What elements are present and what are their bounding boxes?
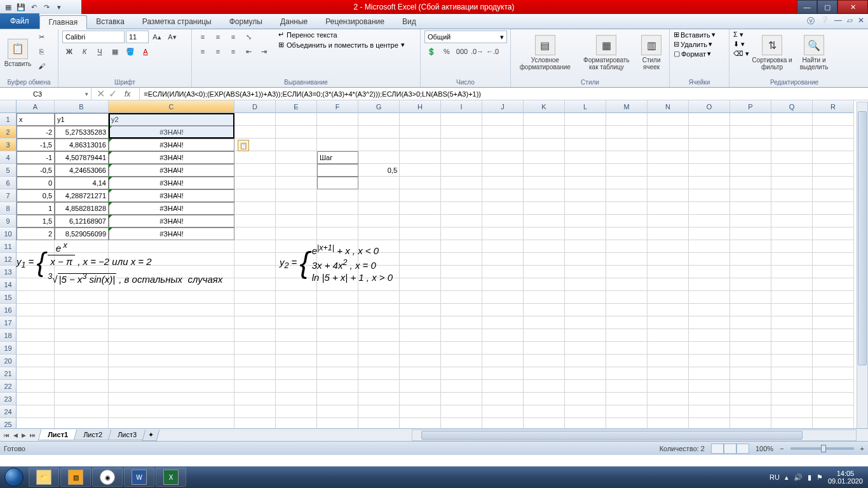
cell-B5[interactable]: 4,24653066: [55, 164, 109, 177]
row-header-25[interactable]: 25: [0, 418, 17, 428]
cell-D22[interactable]: [234, 380, 276, 393]
font-color-icon[interactable]: A: [139, 45, 153, 58]
sheet-last-icon[interactable]: ⏭: [29, 432, 37, 438]
cell-M5[interactable]: [606, 164, 648, 177]
cell-N6[interactable]: [648, 177, 689, 189]
cell-D18[interactable]: [234, 329, 276, 342]
cell-K13[interactable]: [524, 266, 565, 278]
cell-F9[interactable]: [317, 215, 358, 227]
cell-N3[interactable]: [648, 139, 689, 151]
cell-B21[interactable]: [55, 367, 109, 380]
cell-F6[interactable]: [317, 177, 358, 189]
cell-L10[interactable]: [565, 227, 606, 240]
comma-icon[interactable]: 000: [455, 45, 469, 58]
cell-O2[interactable]: [689, 126, 730, 139]
cell-N11[interactable]: [648, 240, 689, 253]
chevron-down-icon[interactable]: ▾: [85, 91, 88, 97]
cell-A16[interactable]: [17, 304, 55, 316]
cell-F24[interactable]: [317, 405, 358, 418]
cell-B6[interactable]: 4,14: [55, 177, 109, 189]
row-header-15[interactable]: 15: [0, 291, 17, 304]
sheet-first-icon[interactable]: ⏮: [3, 432, 11, 438]
cell-G4[interactable]: [358, 151, 400, 164]
zoom-out-icon[interactable]: −: [780, 445, 783, 452]
cell-Q19[interactable]: [771, 342, 813, 355]
cell-N25[interactable]: [648, 418, 689, 428]
cell-J22[interactable]: [482, 380, 524, 393]
cell-M6[interactable]: [606, 177, 648, 189]
cell-K5[interactable]: [524, 164, 565, 177]
cell-K11[interactable]: [524, 240, 565, 253]
cell-H23[interactable]: [400, 393, 441, 405]
cell-G22[interactable]: [358, 380, 400, 393]
cell-G9[interactable]: [358, 215, 400, 227]
cell-G24[interactable]: [358, 405, 400, 418]
cell-C3[interactable]: #ЗНАЧ!: [109, 139, 234, 151]
cell-P12[interactable]: [730, 253, 771, 266]
row-header-3[interactable]: 3: [0, 139, 17, 151]
merge-center-button[interactable]: ⊞Объединить и поместить в центре▾: [278, 41, 405, 49]
cell-P9[interactable]: [730, 215, 771, 227]
cell-A20[interactable]: [17, 355, 55, 367]
column-header-P[interactable]: P: [730, 100, 771, 113]
cell-R17[interactable]: [813, 316, 854, 329]
cell-J9[interactable]: [482, 215, 524, 227]
cell-C24[interactable]: [109, 405, 234, 418]
cell-A15[interactable]: [17, 291, 55, 304]
cell-E23[interactable]: [276, 393, 317, 405]
cell-M13[interactable]: [606, 266, 648, 278]
cell-Q6[interactable]: [771, 177, 813, 189]
cell-Q16[interactable]: [771, 304, 813, 316]
cell-E1[interactable]: [276, 113, 317, 126]
cell-I6[interactable]: [441, 177, 482, 189]
cell-K24[interactable]: [524, 405, 565, 418]
cell-O3[interactable]: [689, 139, 730, 151]
cell-K16[interactable]: [524, 304, 565, 316]
cell-J1[interactable]: [482, 113, 524, 126]
cell-I20[interactable]: [441, 355, 482, 367]
currency-icon[interactable]: 💲: [424, 45, 438, 58]
paste-options-icon[interactable]: 📋: [238, 140, 249, 151]
cell-J8[interactable]: [482, 202, 524, 215]
cell-Q15[interactable]: [771, 291, 813, 304]
cell-P5[interactable]: [730, 164, 771, 177]
cell-G19[interactable]: [358, 342, 400, 355]
column-header-E[interactable]: E: [276, 100, 317, 113]
cell-P24[interactable]: [730, 405, 771, 418]
cell-O1[interactable]: [689, 113, 730, 126]
cell-H17[interactable]: [400, 316, 441, 329]
qat-customize-icon[interactable]: ▾: [53, 1, 65, 13]
new-sheet-button[interactable]: ✦: [142, 430, 160, 441]
align-left-icon[interactable]: ≡: [196, 45, 210, 58]
cell-J15[interactable]: [482, 291, 524, 304]
cell-H19[interactable]: [400, 342, 441, 355]
row-header-11[interactable]: 11: [0, 240, 17, 253]
cell-H8[interactable]: [400, 202, 441, 215]
cell-F17[interactable]: [317, 316, 358, 329]
view-normal-icon[interactable]: [711, 444, 724, 454]
cell-C15[interactable]: [109, 291, 234, 304]
format-painter-icon[interactable]: 🖌: [34, 60, 48, 72]
cell-E20[interactable]: [276, 355, 317, 367]
cell-O11[interactable]: [689, 240, 730, 253]
cell-O6[interactable]: [689, 177, 730, 189]
increase-indent-icon[interactable]: ⇥: [257, 45, 271, 58]
language-indicator[interactable]: RU: [770, 473, 780, 481]
cell-Q14[interactable]: [771, 278, 813, 291]
cut-icon[interactable]: ✂: [34, 30, 48, 43]
cell-D2[interactable]: [234, 126, 276, 139]
percent-icon[interactable]: %: [440, 45, 454, 58]
cell-J4[interactable]: [482, 151, 524, 164]
cell-O18[interactable]: [689, 329, 730, 342]
column-header-L[interactable]: L: [565, 100, 606, 113]
cell-K25[interactable]: [524, 418, 565, 428]
cell-F1[interactable]: [317, 113, 358, 126]
cell-E3[interactable]: [276, 139, 317, 151]
cell-E21[interactable]: [276, 367, 317, 380]
cell-A22[interactable]: [17, 380, 55, 393]
cell-E10[interactable]: [276, 227, 317, 240]
tab-page-layout[interactable]: Разметка страницы: [133, 15, 220, 29]
number-format-dropdown[interactable]: Общий▾: [424, 30, 507, 43]
cell-E24[interactable]: [276, 405, 317, 418]
row-header-19[interactable]: 19: [0, 342, 17, 355]
